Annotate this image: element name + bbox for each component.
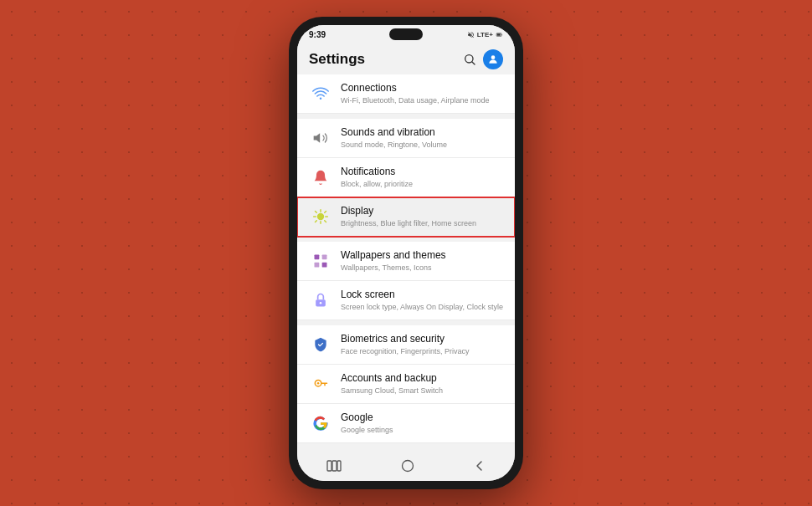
header-icons <box>463 49 503 69</box>
search-icon <box>463 53 476 66</box>
svg-point-26 <box>402 461 413 472</box>
wallpapers-text: Wallpapers and themes Wallpapers, Themes… <box>341 249 503 272</box>
settings-item-display[interactable]: Display Brightness, Blue light filter, H… <box>297 197 515 237</box>
notifications-subtitle: Block, allow, prioritize <box>341 180 503 189</box>
back-button[interactable] <box>474 460 486 472</box>
settings-item-notifications[interactable]: Notifications Block, allow, prioritize <box>297 158 515 197</box>
settings-item-google[interactable]: Google Google settings <box>297 404 515 443</box>
notifications-title: Notifications <box>341 166 503 179</box>
connections-icon <box>309 82 332 105</box>
search-button[interactable] <box>463 53 476 66</box>
wallpapers-icon <box>309 249 332 273</box>
themes-icon <box>312 253 329 269</box>
accounts-title: Accounts and backup <box>341 372 503 386</box>
settings-item-accounts[interactable]: Accounts and backup Samsung Cloud, Smart… <box>297 365 515 404</box>
svg-point-20 <box>320 302 322 304</box>
status-bar: 9:39 LTE+ <box>297 25 515 43</box>
svg-rect-24 <box>332 461 337 471</box>
phone-screen: 9:39 LTE+ Settings <box>297 25 515 481</box>
bell-icon <box>312 169 329 186</box>
status-time: 9:39 <box>309 30 326 39</box>
google-title: Google <box>341 411 503 425</box>
svg-rect-25 <box>337 461 341 471</box>
display-text: Display Brightness, Blue light filter, H… <box>341 205 503 227</box>
lockscreen-icon <box>309 289 332 312</box>
mute-icon <box>467 31 475 38</box>
svg-rect-17 <box>315 263 320 268</box>
svg-point-4 <box>491 55 496 59</box>
lockscreen-subtitle: Screen lock type, Always On Display, Clo… <box>341 303 503 312</box>
recent-apps-icon <box>326 460 342 472</box>
settings-item-sounds[interactable]: Sounds and vibration Sound mode, Rington… <box>297 119 515 158</box>
biometrics-subtitle: Face recognition, Fingerprints, Privacy <box>341 347 503 356</box>
svg-rect-23 <box>327 461 331 471</box>
biometrics-text: Biometrics and security Face recognition… <box>341 333 503 355</box>
svg-rect-15 <box>315 255 320 260</box>
accounts-subtitle: Samsung Cloud, Smart Switch <box>341 386 503 396</box>
svg-rect-1 <box>501 34 502 36</box>
notifications-icon <box>309 166 332 189</box>
key-icon <box>312 376 329 392</box>
google-icon <box>309 411 332 435</box>
svg-rect-16 <box>322 255 327 260</box>
accounts-text: Accounts and backup Samsung Cloud, Smart… <box>341 372 503 395</box>
google-text: Google Google settings <box>341 411 503 434</box>
signal-text: LTE+ <box>477 31 493 38</box>
speaker-icon <box>312 130 329 146</box>
biometrics-title: Biometrics and security <box>341 333 503 346</box>
google-logo-icon <box>312 415 329 432</box>
display-subtitle: Brightness, Blue light filter, Home scre… <box>341 219 503 228</box>
user-icon <box>487 54 499 65</box>
lockscreen-title: Lock screen <box>341 289 503 302</box>
camera-notch <box>389 28 423 40</box>
svg-point-6 <box>317 213 324 220</box>
sounds-text: Sounds and vibration Sound mode, Rington… <box>341 126 503 149</box>
svg-line-14 <box>325 212 326 213</box>
notifications-text: Notifications Block, allow, prioritize <box>341 166 503 188</box>
display-icon <box>309 205 332 228</box>
connections-text: Connections Wi-Fi, Bluetooth, Data usage… <box>341 82 503 105</box>
wifi-icon <box>312 85 329 102</box>
google-subtitle: Google settings <box>341 426 503 435</box>
svg-point-22 <box>317 382 320 385</box>
svg-rect-2 <box>497 33 501 36</box>
svg-point-5 <box>320 98 322 100</box>
settings-item-connections[interactable]: Connections Wi-Fi, Bluetooth, Data usage… <box>297 74 515 114</box>
svg-line-12 <box>325 221 326 222</box>
phone-frame: 9:39 LTE+ Settings <box>289 17 523 489</box>
lockscreen-text: Lock screen Screen lock type, Always On … <box>341 289 503 311</box>
sounds-icon <box>309 126 332 150</box>
svg-rect-18 <box>322 263 327 268</box>
home-icon <box>401 459 414 473</box>
shield-icon <box>312 336 329 353</box>
connections-subtitle: Wi-Fi, Bluetooth, Data usage, Airplane m… <box>341 96 503 105</box>
svg-line-11 <box>316 212 317 213</box>
status-icons: LTE+ <box>467 31 503 38</box>
sounds-subtitle: Sound mode, Ringtone, Volume <box>341 141 503 150</box>
brightness-icon <box>312 208 329 225</box>
page-title: Settings <box>309 51 365 68</box>
back-icon <box>474 460 486 472</box>
wallpapers-title: Wallpapers and themes <box>341 249 503 263</box>
svg-line-13 <box>316 221 317 222</box>
sounds-title: Sounds and vibration <box>341 126 503 140</box>
battery-icon <box>496 31 503 38</box>
settings-list: Connections Wi-Fi, Bluetooth, Data usage… <box>297 74 515 452</box>
avatar[interactable] <box>483 49 503 69</box>
home-button[interactable] <box>401 459 414 473</box>
settings-item-lockscreen[interactable]: Lock screen Screen lock type, Always On … <box>297 281 515 320</box>
wallpapers-subtitle: Wallpapers, Themes, Icons <box>341 263 503 273</box>
biometrics-icon <box>309 333 332 356</box>
settings-item-wallpapers[interactable]: Wallpapers and themes Wallpapers, Themes… <box>297 242 515 281</box>
connections-title: Connections <box>341 82 503 95</box>
recent-apps-button[interactable] <box>326 460 342 472</box>
settings-header: Settings <box>297 43 515 74</box>
bottom-nav <box>297 452 515 481</box>
display-title: Display <box>341 205 503 218</box>
settings-item-biometrics[interactable]: Biometrics and security Face recognition… <box>297 325 515 365</box>
accounts-icon <box>309 372 332 396</box>
lock-icon <box>312 292 329 309</box>
